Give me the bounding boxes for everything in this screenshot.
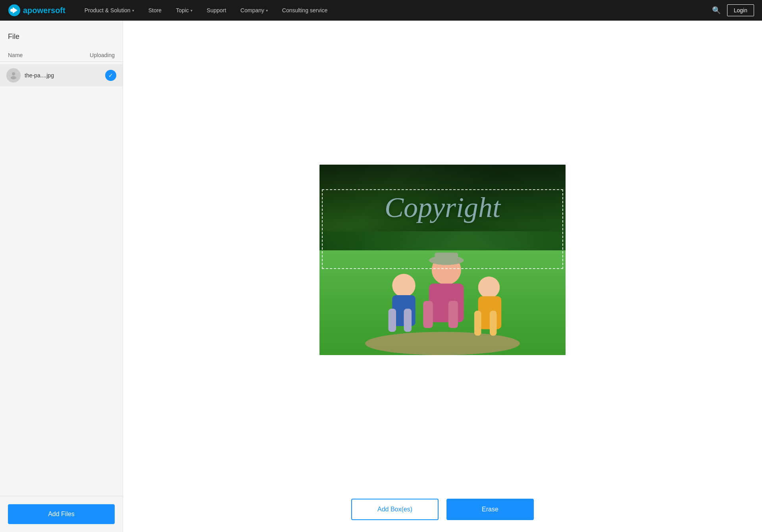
selection-box[interactable] bbox=[322, 189, 563, 269]
logo-icon bbox=[8, 4, 21, 17]
nav-company[interactable]: Company ▾ bbox=[233, 0, 275, 21]
col-uploading: Uploading bbox=[90, 52, 115, 58]
svg-rect-18 bbox=[474, 310, 481, 335]
search-icon[interactable]: 🔍 bbox=[712, 6, 721, 15]
col-name: Name bbox=[8, 52, 23, 58]
nav-topic[interactable]: Topic ▾ bbox=[169, 0, 200, 21]
svg-point-2 bbox=[10, 9, 13, 12]
main-layout: File Name Uploading the-pa....jpg ✓ Add … bbox=[0, 21, 762, 532]
svg-rect-17 bbox=[478, 296, 502, 329]
nav-support[interactable]: Support bbox=[200, 0, 233, 21]
logo-text: apowersoft bbox=[23, 6, 65, 15]
svg-point-16 bbox=[478, 277, 500, 298]
svg-rect-11 bbox=[429, 283, 464, 322]
svg-point-3 bbox=[12, 72, 15, 75]
chevron-down-icon: ▾ bbox=[132, 8, 134, 13]
sidebar-bottom: Add Files bbox=[0, 496, 123, 532]
nav-store[interactable]: Store bbox=[141, 0, 169, 21]
chevron-down-icon-company: ▾ bbox=[266, 8, 268, 13]
image-wrapper: Copyright bbox=[319, 165, 566, 355]
file-row[interactable]: the-pa....jpg ✓ bbox=[0, 64, 123, 86]
person-icon bbox=[9, 71, 18, 80]
file-name: the-pa....jpg bbox=[25, 72, 101, 79]
action-buttons: Add Box(es) Erase bbox=[304, 499, 581, 520]
svg-point-4 bbox=[11, 76, 16, 79]
content-area: Copyright Add Box(es) Erase bbox=[123, 21, 762, 532]
file-check-icon: ✓ bbox=[105, 70, 116, 81]
nav-product-solution[interactable]: Product & Solution ▾ bbox=[77, 0, 141, 21]
nav-links: Product & Solution ▾ Store Topic ▾ Suppo… bbox=[77, 0, 712, 21]
sidebar: File Name Uploading the-pa....jpg ✓ Add … bbox=[0, 21, 123, 532]
svg-rect-19 bbox=[490, 310, 497, 335]
sidebar-title: File bbox=[0, 29, 123, 49]
svg-point-5 bbox=[365, 332, 520, 355]
nav-consulting[interactable]: Consulting service bbox=[275, 0, 335, 21]
image-container: Copyright bbox=[139, 33, 746, 487]
nav-right: 🔍 Login bbox=[712, 4, 754, 16]
svg-rect-9 bbox=[404, 309, 412, 332]
file-table-header: Name Uploading bbox=[0, 49, 123, 62]
svg-point-6 bbox=[392, 274, 416, 297]
svg-rect-12 bbox=[423, 301, 433, 328]
chevron-down-icon-topic: ▾ bbox=[190, 8, 192, 13]
svg-rect-13 bbox=[448, 301, 458, 328]
add-box-button[interactable]: Add Box(es) bbox=[351, 499, 439, 520]
erase-button[interactable]: Erase bbox=[446, 499, 534, 520]
add-files-button[interactable]: Add Files bbox=[8, 504, 115, 524]
login-button[interactable]: Login bbox=[727, 4, 754, 16]
navbar: apowersoft Product & Solution ▾ Store To… bbox=[0, 0, 762, 21]
svg-rect-8 bbox=[389, 309, 396, 332]
sidebar-spacer bbox=[0, 89, 123, 496]
logo[interactable]: apowersoft bbox=[8, 4, 65, 17]
file-avatar-icon bbox=[6, 68, 21, 83]
